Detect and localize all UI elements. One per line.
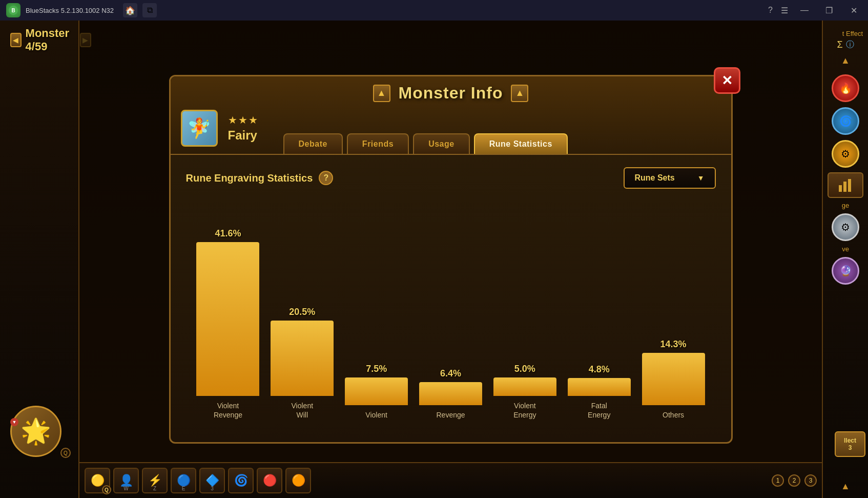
menu-icon[interactable]: ☰ [781, 6, 788, 15]
bar-percentage-6: 14.3% [660, 339, 687, 350]
info-icon[interactable]: ⓘ [846, 39, 854, 50]
restore-button[interactable]: ❐ [821, 4, 837, 16]
section-header: Rune Engraving Statistics ? Rune Sets ▼ [186, 167, 716, 189]
monster-name: Fairy [228, 128, 258, 143]
bar-percentage-5: 4.8% [589, 364, 610, 375]
scroll-up-icon[interactable]: ▲ [840, 54, 851, 67]
minimize-button[interactable]: — [796, 4, 813, 16]
taskbar-item-3[interactable]: ⚡ Z [142, 468, 168, 493]
star-3: ★ [249, 114, 258, 126]
bar-group-6: 14.3%Others [636, 204, 711, 420]
home-button[interactable]: 🏠 [123, 3, 137, 17]
hotkey-3: 3 [211, 486, 214, 491]
taskbar-badge-q: Q [102, 485, 111, 494]
help-button[interactable]: ? [319, 171, 333, 185]
monster-counter: ◀ Monster 4/59 ▶ [10, 27, 91, 53]
monster-count-text: Monster 4/59 [26, 27, 76, 53]
star-1: ★ [228, 114, 237, 126]
bar-label-4: ViolentEnergy [513, 401, 536, 420]
page-2-button[interactable]: 2 [788, 474, 800, 487]
taskbar-item-4[interactable]: 🔵 E [171, 468, 196, 493]
purple-rune-button[interactable]: 🔮 [832, 257, 859, 285]
bar-rect-0 [196, 242, 259, 396]
monster-avatar: 🧚 [181, 110, 218, 147]
game-area: ◀ Monster 4/59 ▶ 🌟 Q ▼ t Effect Σ ⓘ ▲ 🔥 … [0, 21, 868, 498]
tab-debate[interactable]: Debate [283, 133, 343, 154]
bar-rect-5 [568, 378, 631, 396]
hotkey-w: W [123, 486, 128, 491]
collect-number: 3 [849, 444, 852, 451]
bar-label-3: Revenge [436, 410, 465, 420]
water-rune-button[interactable]: 🌀 [832, 107, 859, 135]
chart-button[interactable] [828, 172, 863, 198]
modal-close-button[interactable]: ✕ [714, 67, 740, 94]
bar-group-2: 7.5%Violent [339, 204, 414, 420]
star-2: ★ [238, 114, 247, 126]
monster-sprite: 🧚 [187, 117, 211, 140]
gold-rune-button[interactable]: ⚙ [832, 140, 859, 168]
close-button[interactable]: ✕ [845, 4, 862, 16]
bar-label-1: ViolentWill [292, 401, 314, 420]
rune-sets-dropdown[interactable]: Rune Sets ▼ [624, 167, 716, 189]
left-sidebar: ◀ Monster 4/59 ▶ 🌟 Q ▼ [0, 21, 79, 498]
tab-rune-statistics[interactable]: Rune Statistics [474, 133, 568, 154]
svg-text:B: B [11, 8, 15, 13]
silver-rune-button[interactable]: ⚙ [832, 213, 859, 241]
collect-label: llect [844, 437, 856, 444]
bar-percentage-4: 5.0% [514, 364, 535, 374]
title-bar: B BlueStacks 5.2.130.1002 N32 🏠 ⧉ ? ☰ — … [0, 0, 868, 21]
bottom-right-section: llect 3 [835, 431, 865, 457]
bar-group-1: 20.5%ViolentWill [265, 204, 339, 420]
bar-label-5: FatalEnergy [588, 401, 610, 420]
taskbar-item-7[interactable]: 🔴 [257, 468, 282, 493]
bar-percentage-2: 7.5% [366, 364, 387, 374]
scroll-section: ▲ [840, 480, 851, 493]
tab-friends[interactable]: Friends [347, 133, 409, 154]
bar-label-6: Others [663, 410, 684, 420]
bottom-taskbar: 🟡 Q 👤 W ⚡ Z 🔵 E 🔷 3 🌀 🔴 🟠 1 2 3 [79, 462, 822, 498]
bar-label-0: ViolentRevenge [214, 401, 242, 420]
modal-body: Rune Engraving Statistics ? Rune Sets ▼ … [171, 155, 731, 432]
svg-rect-3 [843, 182, 846, 192]
bottom-left-monster-icon[interactable]: 🌟 [10, 406, 61, 457]
help-icon[interactable]: ? [768, 6, 773, 15]
app-logo: B [6, 3, 20, 17]
dropdown-label: Rune Sets [635, 173, 675, 183]
tabs-row: Debate Friends Usage Rune Statistics [283, 133, 568, 154]
svg-rect-4 [848, 179, 851, 192]
sigma-icon[interactable]: Σ [837, 39, 842, 50]
page-indicators: 1 2 3 [772, 474, 817, 487]
bar-rect-4 [493, 377, 556, 396]
modal-title: Monster Info [399, 84, 503, 103]
taskbar-item-1[interactable]: 🟡 Q [85, 468, 110, 493]
fire-rune-button[interactable]: 🔥 [832, 74, 859, 102]
page-1-button[interactable]: 1 [772, 474, 784, 487]
titlebar-controls: ? ☰ — ❐ ✕ [768, 4, 862, 16]
page-3-button[interactable]: 3 [804, 474, 817, 487]
monster-prev-button[interactable]: ◀ [10, 33, 22, 47]
app-title: BlueStacks 5.2.130.1002 N32 [26, 7, 114, 14]
age-label: ge [842, 202, 849, 209]
monster-stars: ★ ★ ★ [228, 114, 258, 126]
bar-label-2: Violent [365, 410, 387, 420]
right-sidebar: t Effect Σ ⓘ ▲ 🔥 🌀 ⚙ ge ⚙ ve 🔮 ▲ llect [822, 21, 868, 498]
taskbar-item-5[interactable]: 🔷 3 [199, 468, 225, 493]
taskbar-item-2[interactable]: 👤 W [113, 468, 139, 493]
taskbar-item-6[interactable]: 🌀 [228, 468, 254, 493]
modal-title-area: ▲ Monster Info ▲ [373, 84, 529, 103]
hotkey-e: E [182, 486, 185, 491]
bottom-left-badge-q: Q [60, 448, 71, 458]
bar-rect-6 [642, 353, 705, 405]
section-title-text: Rune Engraving Statistics [186, 172, 313, 184]
taskbar-item-8[interactable]: 🟠 [285, 468, 311, 493]
collect-button[interactable]: llect 3 [835, 431, 865, 457]
tab-usage[interactable]: Usage [413, 133, 470, 154]
scroll-up-right-icon[interactable]: ▲ [840, 480, 851, 493]
bar-group-3: 6.4%Revenge [414, 204, 488, 420]
ve-label: ve [842, 245, 849, 253]
scroll-down-left[interactable]: ▼ [10, 418, 18, 426]
duplicate-button[interactable]: ⧉ [142, 3, 157, 17]
modal-nav-prev[interactable]: ▲ [373, 85, 390, 102]
bar-rect-3 [419, 382, 482, 405]
modal-nav-next[interactable]: ▲ [511, 85, 528, 102]
